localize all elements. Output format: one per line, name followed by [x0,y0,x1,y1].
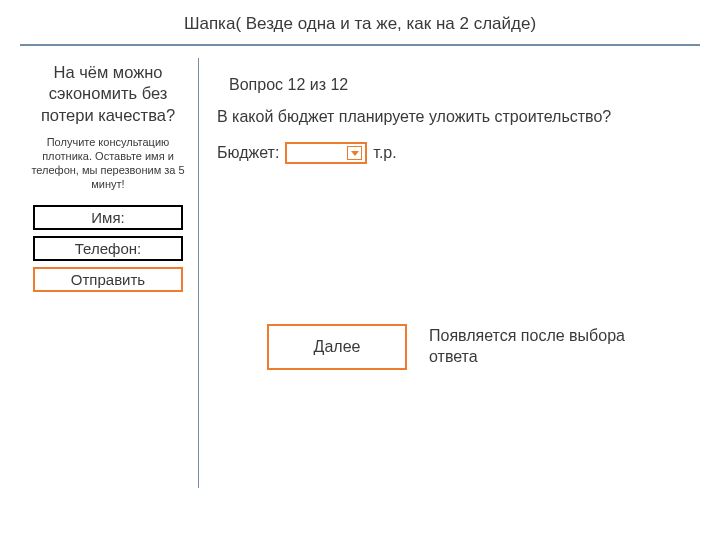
question-counter: Вопрос 12 из 12 [229,76,702,94]
next-row: Далее Появляется после выбора ответа [267,324,702,370]
sidebar: На чём можно сэкономить без потери качес… [18,58,196,488]
name-field[interactable]: Имя: [33,205,183,230]
budget-unit: т.р. [373,144,396,162]
page-header: Шапка( Везде одна и та же, как на 2 слай… [0,0,720,44]
question-text: В какой бюджет планируете уложить строит… [217,108,702,126]
next-button[interactable]: Далее [267,324,407,370]
submit-button[interactable]: Отправить [33,267,183,292]
sidebar-subtitle: Получите консультацию плотника. Оставьте… [26,136,190,191]
budget-label: Бюджет: [217,144,279,162]
budget-row: Бюджет: т.р. [217,142,702,164]
budget-select[interactable] [285,142,367,164]
phone-field[interactable]: Телефон: [33,236,183,261]
content: На чём можно сэкономить без потери качес… [0,46,720,488]
sidebar-title: На чём можно сэкономить без потери качес… [26,62,190,126]
next-note: Появляется после выбора ответа [429,326,639,368]
main-area: Вопрос 12 из 12 В какой бюджет планирует… [203,58,702,488]
dropdown-icon [347,146,362,160]
vertical-divider [198,58,199,488]
